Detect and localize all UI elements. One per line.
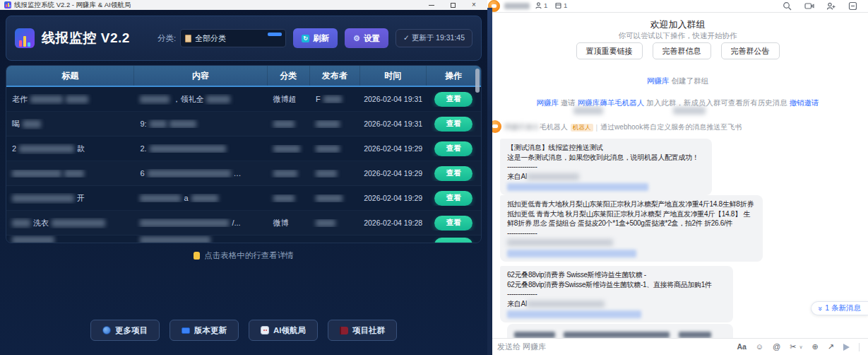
format-icon[interactable]: Aa (737, 343, 746, 351)
view-button[interactable] (434, 238, 472, 244)
robot-icon (261, 326, 269, 334)
created-text: 创建了群组 (671, 76, 708, 85)
mention-icon[interactable]: @ (773, 343, 780, 351)
chevron-down-icon: » (816, 306, 824, 310)
window-title: 线报监控系统 V2.2 - 网赚库 & AI领航局 (14, 1, 421, 10)
view-button[interactable]: 查看 (434, 141, 472, 156)
welcome-actions: 置顶重要链接 完善群信息 完善群公告 (487, 42, 868, 59)
welcome-title: 欢迎加入群组 (487, 18, 868, 31)
chevron-down-icon: ∨ (799, 344, 802, 349)
divider (859, 343, 860, 351)
settings-label: 设置 (364, 33, 380, 44)
censor-block (191, 194, 218, 202)
search-icon[interactable] (783, 1, 792, 11)
table-row-partial[interactable] (6, 235, 481, 243)
view-button[interactable]: 查看 (434, 191, 472, 206)
message-line (507, 238, 756, 248)
message-bubble[interactable]: 【测试消息】线报监控推送测试 这是一条测试消息，如果您收到此消息，说明机器人配置… (500, 139, 712, 195)
message-bubble[interactable]: 抵扣更低青青大地秋月梨山东莱阳正宗秋月冰糖梨产地直发净重4斤14.8生鲜8折券 … (500, 195, 763, 262)
button-label: AI领航局 (273, 325, 306, 336)
pin-count[interactable]: 1 (555, 1, 567, 9)
dropdown-accent-bar (268, 33, 282, 36)
revoke-invite-link[interactable]: 撤销邀请 (790, 98, 819, 107)
table-row[interactable]: 喝 9: 2026-02-04 19:31 查看 (6, 112, 481, 136)
table-row[interactable]: 洗衣 /... 微博 2026-02-04 19:28 查看 (6, 211, 481, 235)
link-censor (507, 183, 648, 191)
video-call-icon[interactable] (804, 1, 814, 11)
message-input[interactable]: 发送给 网赚库 Aa ☺ @ ✂ ∨ ⊕ ↗ (487, 338, 868, 355)
minimize-button[interactable] (421, 0, 442, 10)
censor-block (273, 170, 297, 178)
cell-text: 开 (77, 193, 85, 204)
maximize-button[interactable] (442, 0, 463, 10)
censor-block (12, 219, 30, 227)
censor-block (316, 170, 337, 178)
column-header-content: 内容 (134, 66, 267, 86)
censor-block (23, 120, 41, 128)
hint-text: 点击表格中的行查看详情 (204, 251, 294, 260)
cell-text: 喝 (12, 119, 20, 129)
censor-block (316, 219, 335, 227)
add-member-icon[interactable] (826, 1, 836, 11)
pointing-hand-icon (194, 252, 200, 260)
expand-icon[interactable]: ↗ (828, 343, 834, 351)
close-button[interactable]: × (463, 0, 484, 10)
new-message-pill[interactable]: » 1 条新消息 (811, 301, 868, 315)
censor-block (140, 219, 229, 227)
ai-bureau-button[interactable]: AI领航局 (249, 320, 318, 341)
table-row[interactable]: 老作 ，领礼全 微博超 F 2026-02-04 19:31 查看 (6, 87, 481, 112)
cell-text: … (234, 169, 242, 178)
cell-text: 款 (77, 144, 85, 154)
message-line: -------------- (507, 162, 705, 172)
view-button[interactable]: 查看 (434, 92, 472, 107)
inviter-link[interactable]: 网赚库 (536, 98, 559, 107)
category-select[interactable]: 全部分类 (180, 29, 286, 47)
complete-group-info-button[interactable]: 完善群信息 (653, 42, 711, 59)
sidebar-edge-strip (487, 8, 492, 355)
chat-header: 1 1 (487, 0, 868, 13)
creator-link[interactable]: 网赚库 (647, 76, 670, 85)
emoji-icon[interactable]: ☺ (756, 343, 763, 351)
partial-message-bubble[interactable] (507, 324, 733, 338)
version-update-button[interactable]: 版本更新 (170, 320, 239, 341)
category-label: 分类: (157, 33, 176, 44)
link-censor (507, 310, 641, 318)
censor-block (316, 120, 340, 128)
message-line: 这是一条测试消息，如果您收到此消息，说明机器人配置成功！ (507, 153, 705, 163)
system-message-created: 网赚库 创建了群组 (487, 76, 868, 86)
member-count[interactable]: 1 (535, 1, 547, 9)
invitee-link[interactable]: 网赚库薅羊毛机器人 (578, 98, 645, 107)
app-header: 线报监控 V2.2 分类: 全部分类 ↻ 刷新 ⚙ 设置 ✓ 更新于 19:31… (6, 16, 482, 61)
censor-block (12, 194, 74, 202)
table-row[interactable]: 2款 2. 2026-02-04 19:29 查看 (6, 136, 481, 161)
settings-button[interactable]: ⚙ 设置 (345, 28, 388, 48)
cell-time: 2026-02-04 19:31 (360, 120, 427, 128)
message-bubble[interactable]: 62元叠88vip消费券 Swisse斯维诗益生菌软糖 - 62元叠88vip消… (500, 266, 733, 322)
message-line: 62元叠88vip消费券 Swisse斯维诗益生菌软糖 - (507, 270, 726, 280)
censor-block (273, 194, 295, 202)
attach-icon[interactable]: ⊕ (812, 343, 819, 351)
more-projects-button[interactable]: 更多项目 (90, 320, 160, 341)
community-button[interactable]: 项目社群 (328, 320, 397, 341)
table-row[interactable]: 开 a 2026-02-04 19:29 查看 (6, 186, 481, 211)
more-icon[interactable] (848, 1, 858, 11)
refresh-button[interactable]: ↻ 刷新 (293, 28, 338, 48)
view-button[interactable]: 查看 (434, 216, 472, 231)
app-titlebar: 线报监控系统 V2.2 - 网赚库 & AI领航局 × (0, 0, 487, 10)
censor-block (673, 107, 706, 115)
column-header-action: 操作 (427, 66, 481, 86)
view-button[interactable]: 查看 (434, 117, 472, 132)
cell-text: 微博 (273, 218, 289, 228)
table-row[interactable]: 6… 2026-02-04 19:29 查看 (6, 161, 481, 186)
censor-block (148, 170, 231, 178)
send-button[interactable] (843, 344, 850, 351)
cell-text: 2. (140, 144, 146, 153)
censor-block (564, 332, 670, 338)
table-scrollbar[interactable] (475, 69, 480, 93)
send-to-label: 发送给 网赚库 (497, 342, 546, 352)
view-button[interactable]: 查看 (434, 166, 472, 181)
screenshot-icon[interactable]: ✂ (790, 343, 796, 351)
censor-block (140, 194, 181, 202)
pin-important-link-button[interactable]: 置顶重要链接 (576, 42, 643, 59)
complete-group-notice-button[interactable]: 完善群公告 (721, 42, 780, 59)
